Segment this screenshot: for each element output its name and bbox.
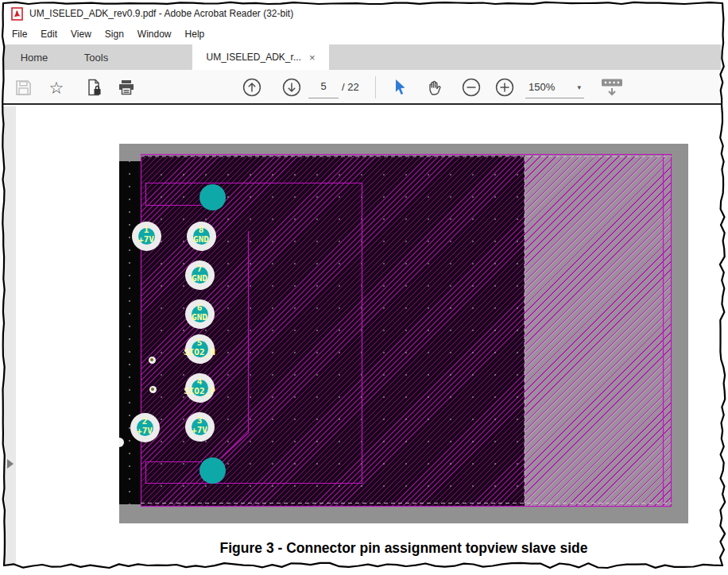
- zoom-level-value: 150%: [529, 81, 555, 93]
- next-page-button[interactable]: [281, 70, 302, 105]
- page-up-icon: [242, 78, 261, 97]
- title-bar: UM_ISELED_ADK_rev0.9.pdf - Adobe Acrobat…: [3, 3, 721, 24]
- connector-pin-6: 6GND: [185, 299, 215, 329]
- connector-pin-3: 3+7V: [185, 412, 215, 442]
- scrolling-mode-button[interactable]: [599, 70, 625, 105]
- page-total-label: / 22: [342, 70, 359, 105]
- hand-tool-button[interactable]: [424, 70, 447, 105]
- menu-item-help[interactable]: Help: [185, 29, 205, 40]
- zoom-out-button[interactable]: [461, 70, 482, 105]
- mounting-hole-pad: [199, 457, 226, 484]
- tab-document-label: UM_ISELED_ADK_r...: [207, 52, 301, 63]
- menu-item-edit[interactable]: Edit: [41, 29, 57, 40]
- pin-net-label: +7V: [192, 425, 207, 435]
- pin-net-label: +7V: [138, 234, 154, 245]
- pin-net-label: GND: [192, 312, 207, 322]
- zoom-dropdown-caret-icon: ▾: [577, 83, 581, 91]
- pin-net-label: GND: [192, 273, 207, 284]
- connector-pin-7: 7GND: [185, 260, 215, 290]
- zoom-out-icon: [462, 78, 481, 97]
- hand-tool-icon: [427, 79, 444, 96]
- print-icon: [118, 79, 135, 95]
- tab-bar: Home Tools UM_ISELED_ADK_r... ×: [3, 44, 721, 70]
- acrobat-pdf-icon: [11, 7, 23, 21]
- main-toolbar: ☆: [3, 70, 721, 105]
- print-button[interactable]: [114, 70, 138, 105]
- tab-document[interactable]: UM_ISELED_ADK_r... ×: [192, 44, 329, 70]
- tab-home[interactable]: Home: [3, 44, 65, 70]
- connector-pin-2: 2+7V: [130, 413, 160, 442]
- window-title: UM_ISELED_ADK_rev0.9.pdf - Adobe Acrobat…: [29, 8, 293, 19]
- save-icon: [15, 79, 32, 96]
- pin-net-label: GND: [193, 234, 209, 245]
- pin-net-label: SIO2_N: [184, 347, 215, 357]
- menu-item-file[interactable]: File: [12, 29, 27, 40]
- page-number-input[interactable]: 5: [308, 76, 339, 98]
- pcb-connector-figure: 1+7V2+7V3+7V4SIO2_P5SIO2_N6GND7GND8GND: [119, 144, 688, 523]
- connector-pin-5: 5SIO2_N: [185, 334, 215, 364]
- document-view: 1+7V2+7V3+7V4SIO2_P5SIO2_N6GND7GND8GND F…: [3, 106, 721, 566]
- tab-tools[interactable]: Tools: [65, 44, 127, 70]
- connector-pin-4: 4SIO2_P: [185, 373, 215, 403]
- select-cursor-icon: [393, 79, 408, 96]
- via-pad: [149, 386, 157, 393]
- via-pad: [149, 357, 156, 364]
- zoom-in-icon: [495, 78, 514, 97]
- export-pdf-button[interactable]: [83, 70, 106, 105]
- menu-item-window[interactable]: Window: [137, 29, 172, 40]
- connector-pin-1: 1+7V: [132, 222, 161, 251]
- pin-net-label: SIO2_P: [184, 386, 215, 396]
- menu-bar: FileEditViewSignWindowHelp: [3, 24, 721, 44]
- acrobat-window: UM_ISELED_ADK_rev0.9.pdf - Adobe Acrobat…: [0, 0, 728, 575]
- connector-pin-8: 8GND: [187, 222, 216, 251]
- previous-page-button[interactable]: [242, 70, 262, 105]
- zoom-level-dropdown[interactable]: 150% ▾: [525, 76, 584, 98]
- navigation-pane-strip[interactable]: [3, 106, 16, 566]
- menu-item-view[interactable]: View: [71, 29, 91, 40]
- mounting-hole-pad: [199, 184, 226, 210]
- save-button[interactable]: [11, 70, 35, 105]
- page-lock-icon: [87, 79, 103, 96]
- tab-close-icon[interactable]: ×: [309, 52, 316, 64]
- pin-net-label: +7V: [137, 426, 153, 436]
- scroll-mode-icon: [601, 78, 623, 97]
- page-down-icon: [282, 78, 301, 97]
- sidebar-expand-arrow-icon[interactable]: [7, 459, 14, 469]
- menu-item-sign[interactable]: Sign: [105, 29, 124, 40]
- toolbar-separator: [375, 76, 376, 98]
- zoom-in-button[interactable]: [494, 70, 515, 105]
- bookmark-button[interactable]: ☆: [45, 70, 68, 105]
- select-tool-button[interactable]: [390, 70, 411, 105]
- figure-caption: Figure 3 - Connector pin assignment topv…: [119, 540, 688, 557]
- star-icon: ☆: [49, 79, 64, 96]
